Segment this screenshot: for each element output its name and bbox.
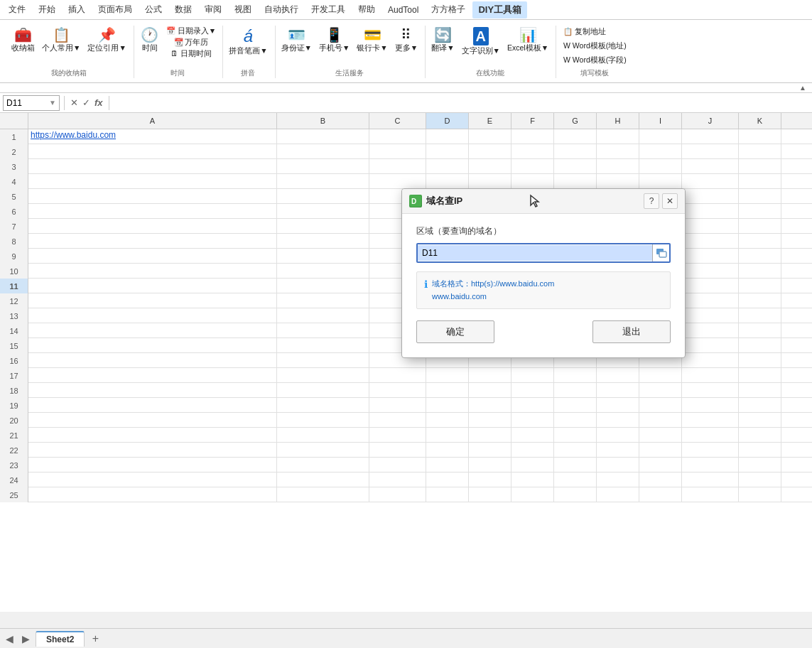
ribbon: 🧰 收纳箱 📋 个人常用▼ 📌 定位引用▼ 我的收纳箱 🕐 时间 <box>0 20 812 83</box>
menu-developer[interactable]: 开发工具 <box>305 1 351 18</box>
formula-separator2 <box>109 96 109 110</box>
menu-help[interactable]: 帮助 <box>352 1 381 18</box>
menu-insert[interactable]: 插入 <box>63 1 91 18</box>
dialog-title: 域名查IP <box>426 195 520 207</box>
ribbon-btn-date-entry[interactable]: 📅 日期录入▼ <box>164 26 218 37</box>
cell-J1[interactable] <box>682 129 739 144</box>
info-icon: ℹ <box>424 279 428 290</box>
ribbon-btn-inbox[interactable]: 🧰 收纳箱 <box>9 26 38 55</box>
col-header-A[interactable]: A <box>28 113 277 129</box>
time-icon: 🕐 <box>141 27 158 43</box>
ribbon-collapse-btn[interactable]: ▲ <box>796 83 809 92</box>
ribbon-group-time: 🕐 时间 📅 日期录入▼ 📆 万年历 🗓 日期时间 时间 <box>134 26 223 78</box>
col-header-J[interactable]: J <box>682 113 739 129</box>
table-row: 18 <box>0 383 812 398</box>
ribbon-group-time-label: 时间 <box>170 68 185 78</box>
menu-review[interactable]: 审阅 <box>199 1 227 18</box>
menu-file[interactable]: 文件 <box>3 1 31 18</box>
col-header-B[interactable]: B <box>277 113 369 129</box>
dialog-ref-btn[interactable] <box>652 244 669 261</box>
ribbon-btn-more[interactable]: ⠿ 更多▼ <box>392 26 421 55</box>
formula-cancel-icon[interactable]: ✕ <box>69 96 80 109</box>
cell-E1[interactable] <box>469 129 511 144</box>
cell-I1[interactable] <box>639 129 682 144</box>
dialog-field-label: 区域（要查询的域名） <box>416 225 671 237</box>
table-row: 24 <box>0 472 812 487</box>
menu-data[interactable]: 数据 <box>169 1 197 18</box>
ribbon-group-life: 🪪 身份证▼ 📱 手机号▼ 💳 银行卡▼ ⠿ 更多▼ 生活服务 <box>276 26 426 78</box>
cell-D1[interactable] <box>426 129 469 144</box>
dialog-cancel-btn[interactable]: 退出 <box>592 320 671 343</box>
menu-formula[interactable]: 公式 <box>139 1 168 18</box>
ribbon-group-life-label: 生活服务 <box>335 68 364 78</box>
dialog-help-btn[interactable]: ? <box>644 193 659 209</box>
col-header-F[interactable]: F <box>511 113 554 129</box>
ribbon-btn-word-field[interactable]: W Word模板(字段) <box>559 54 631 67</box>
ribbon-group-online-label: 在线功能 <box>476 68 504 78</box>
table-row: 20 <box>0 413 812 428</box>
ribbon-btn-translate[interactable]: 🔄 翻译▼ <box>428 26 457 55</box>
ribbon-btn-time[interactable]: 🕐 时间 <box>137 26 163 55</box>
table-row: 23 <box>0 458 812 472</box>
ribbon-btn-locate[interactable]: 📌 定位引用▼ <box>85 26 129 55</box>
column-headers: A B C D E F G H I J K <box>0 113 812 129</box>
ribbon-group-template-label: 填写模板 <box>580 68 609 78</box>
ribbon-btn-copy-addr[interactable]: 📋 复制地址 <box>559 26 610 38</box>
formula-bar: D11 ▼ ✕ ✓ fx <box>0 93 812 113</box>
ribbon-btn-phone[interactable]: 📱 手机号▼ <box>316 26 352 55</box>
cell-F1[interactable] <box>511 129 554 144</box>
dialog-close-btn[interactable]: ✕ <box>662 193 678 209</box>
ribbon-btn-excel-template[interactable]: 📊 Excel模板▼ <box>504 26 551 55</box>
col-header-K[interactable]: K <box>739 113 781 129</box>
menu-start[interactable]: 开始 <box>33 1 61 18</box>
ribbon-group-storage: 🧰 收纳箱 📋 个人常用▼ 📌 定位引用▼ 我的收纳箱 <box>6 26 134 78</box>
cell-K1[interactable] <box>739 129 781 144</box>
ribbon-btn-bank[interactable]: 💳 银行卡▼ <box>354 26 390 55</box>
cell-A1[interactable]: https://www.baidu.com <box>28 129 277 144</box>
col-header-H[interactable]: H <box>597 113 639 129</box>
ribbon-btn-pinyin[interactable]: á 拼音笔画▼ <box>226 26 270 58</box>
id-icon: 🪪 <box>288 27 305 43</box>
ribbon-group-pinyin-label: 拼音 <box>241 68 255 78</box>
inbox-icon: 🧰 <box>14 27 32 43</box>
svg-rect-4 <box>659 252 666 257</box>
col-header-E[interactable]: E <box>469 113 511 129</box>
formula-separator <box>64 96 65 110</box>
dialog-input-row <box>416 243 671 263</box>
menu-autoexec[interactable]: 自动执行 <box>259 1 304 18</box>
table-row: 22 <box>0 443 812 458</box>
formula-confirm-icon[interactable]: ✓ <box>81 96 92 109</box>
menu-page-layout[interactable]: 页面布局 <box>92 1 138 18</box>
formula-icons: ✕ ✓ fx <box>69 96 104 109</box>
menu-ffgz[interactable]: 方方格子 <box>426 1 471 18</box>
dialog-info-box: ℹ 域名格式：http(s)://www.baidu.com www.baidu… <box>416 271 671 309</box>
col-header-D[interactable]: D <box>426 113 469 129</box>
ribbon-btn-calendar[interactable]: 📆 万年历 <box>164 37 218 48</box>
cell-H1[interactable] <box>597 129 639 144</box>
col-header-C[interactable]: C <box>369 113 426 129</box>
dialog-confirm-btn[interactable]: 确定 <box>416 320 494 343</box>
table-row: 19 <box>0 398 812 413</box>
ribbon-btn-personal[interactable]: 📋 个人常用▼ <box>39 26 83 55</box>
table-row: 2 <box>0 144 812 159</box>
cell-C1[interactable] <box>369 129 426 144</box>
col-header-G[interactable]: G <box>554 113 597 129</box>
menu-diy[interactable]: DIY工具箱 <box>472 1 527 18</box>
col-header-I[interactable]: I <box>639 113 682 129</box>
cursor-icon <box>527 194 541 208</box>
ribbon-btn-ocr[interactable]: A 文字识别▼ <box>459 26 503 58</box>
cell-G1[interactable] <box>554 129 597 144</box>
formula-fx-icon[interactable]: fx <box>93 96 104 109</box>
cell-ref-box[interactable]: D11 ▼ <box>3 95 60 111</box>
ribbon-btn-id[interactable]: 🪪 身份证▼ <box>278 26 315 55</box>
formula-input[interactable] <box>114 102 809 104</box>
dialog-domain-input[interactable] <box>418 245 652 261</box>
cell-B1[interactable] <box>277 129 369 144</box>
menu-view[interactable]: 视图 <box>229 1 257 18</box>
svg-text:D: D <box>411 198 416 205</box>
ribbon-btn-datetime[interactable]: 🗓 日期时间 <box>164 48 218 60</box>
ribbon-collapse: ▲ <box>0 83 812 93</box>
ribbon-btn-word-addr[interactable]: W Word模板(地址) <box>559 40 631 53</box>
menu-audtool[interactable]: AudTool <box>382 3 424 17</box>
row-num-header <box>0 113 28 129</box>
